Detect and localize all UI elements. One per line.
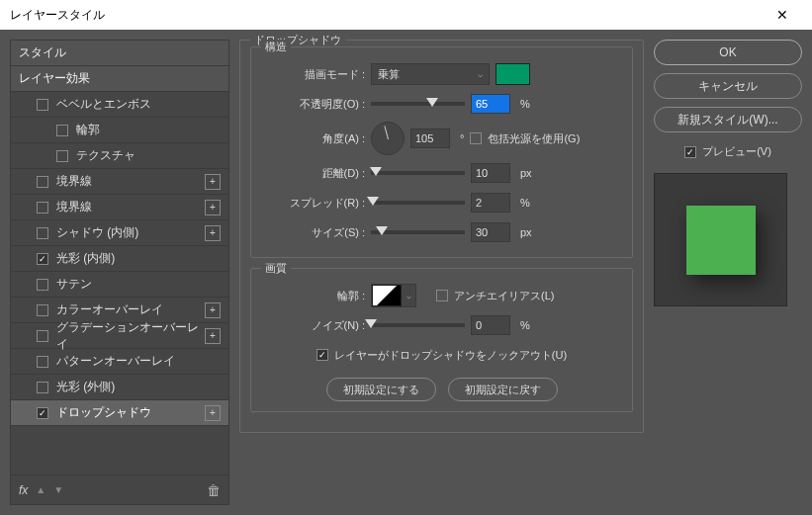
checkbox-icon[interactable] <box>37 279 48 291</box>
chevron-down-icon: ⌵ <box>478 69 483 79</box>
blend-mode-label: 描画モード : <box>261 67 365 82</box>
checkbox-icon[interactable] <box>37 382 48 393</box>
sidebar-effects-header[interactable]: レイヤー効果 <box>11 66 228 92</box>
checkbox-icon[interactable] <box>37 227 48 239</box>
checkbox-icon[interactable] <box>37 99 48 111</box>
plus-icon[interactable]: + <box>205 328 221 344</box>
contour-label: 輪郭 : <box>261 289 365 303</box>
checkbox-icon[interactable] <box>37 202 48 214</box>
structure-label: 構造 <box>261 40 291 54</box>
sidebar-item-satin[interactable]: サテン <box>11 272 228 298</box>
sidebar-footer: fx ▲ ▼ 🗑 <box>11 474 228 504</box>
checkbox-icon[interactable] <box>37 356 48 368</box>
sidebar-item-bevel[interactable]: ベベルとエンボス <box>11 92 228 118</box>
plus-icon[interactable]: + <box>205 405 221 421</box>
distance-input[interactable] <box>471 163 510 183</box>
sidebar-item-inner-glow[interactable]: ✓ 光彩 (内側) <box>11 246 228 272</box>
new-style-button[interactable]: 新規スタイル(W)... <box>654 107 802 132</box>
size-label: サイズ(S) : <box>261 225 365 240</box>
checkbox-icon[interactable] <box>37 176 48 188</box>
spread-slider[interactable] <box>371 201 465 205</box>
sidebar-item-drop-shadow[interactable]: ✓ ドロップシャドウ + <box>11 400 228 426</box>
global-light-checkbox[interactable] <box>470 132 482 144</box>
cancel-button[interactable]: キャンセル <box>654 73 802 99</box>
opacity-label: 不透明度(O) : <box>261 97 365 112</box>
trash-icon[interactable]: 🗑 <box>207 482 221 498</box>
angle-dial[interactable] <box>371 122 405 155</box>
chevron-down-icon: ⌵ <box>402 285 415 306</box>
plus-icon[interactable]: + <box>205 200 221 215</box>
plus-icon[interactable]: + <box>205 302 221 318</box>
blend-mode-dropdown[interactable]: 乗算 ⌵ <box>371 63 490 85</box>
right-panel: OK キャンセル 新規スタイル(W)... ✓ プレビュー(V) <box>654 40 802 505</box>
contour-thumb <box>372 285 402 306</box>
color-swatch[interactable] <box>496 63 530 85</box>
preview-square <box>686 206 756 275</box>
sidebar-item-texture[interactable]: テクスチャ <box>11 143 228 169</box>
knockout-checkbox[interactable]: ✓ <box>316 349 328 361</box>
main-panel: ドロップシャドウ 構造 描画モード : 乗算 ⌵ 不透明度(O) : <box>239 40 644 505</box>
global-light-label: 包括光源を使用(G) <box>488 131 580 146</box>
opacity-slider[interactable] <box>371 102 465 106</box>
checkbox-icon[interactable]: ✓ <box>37 253 48 265</box>
make-default-button[interactable]: 初期設定にする <box>326 378 436 401</box>
checkbox-icon[interactable] <box>37 304 48 316</box>
antialias-label: アンチエイリアス(L) <box>454 289 554 303</box>
arrow-down-icon[interactable]: ▼ <box>53 484 63 495</box>
sidebar-item-gradient-overlay[interactable]: グラデーションオーバーレイ + <box>11 323 228 349</box>
size-input[interactable] <box>471 222 510 242</box>
sidebar-item-outer-glow[interactable]: 光彩 (外側) <box>11 375 228 400</box>
angle-input[interactable] <box>410 129 450 148</box>
reset-default-button[interactable]: 初期設定に戻す <box>448 378 558 401</box>
spread-label: スプレッド(R) : <box>261 196 365 211</box>
quality-group: 画質 輪郭 : ⌵ アンチエイリアス(L) ノイズ(N) : <box>250 268 633 412</box>
quality-label: 画質 <box>261 261 291 276</box>
arrow-up-icon[interactable]: ▲ <box>36 484 45 495</box>
plus-icon[interactable]: + <box>205 174 221 190</box>
spread-input[interactable] <box>471 193 510 213</box>
sidebar-item-stroke2[interactable]: 境界線 + <box>11 195 228 220</box>
checkbox-icon[interactable] <box>56 150 68 162</box>
checkbox-icon[interactable] <box>56 125 68 136</box>
noise-label: ノイズ(N) : <box>261 318 365 333</box>
window-title: レイヤースタイル <box>10 7 763 24</box>
checkbox-icon[interactable]: ✓ <box>37 407 48 419</box>
noise-input[interactable] <box>471 315 510 335</box>
preview-label: プレビュー(V) <box>702 144 771 159</box>
opacity-input[interactable] <box>471 94 510 114</box>
sidebar-item-contour[interactable]: 輪郭 <box>11 118 228 143</box>
angle-label: 角度(A) : <box>261 131 365 146</box>
sidebar-item-pattern-overlay[interactable]: パターンオーバーレイ <box>11 349 228 375</box>
titlebar: レイヤースタイル ✕ <box>0 0 812 30</box>
styles-sidebar: スタイル レイヤー効果 ベベルとエンボス 輪郭 テクスチャ 境界線 + <box>10 40 229 505</box>
drop-shadow-section: ドロップシャドウ 構造 描画モード : 乗算 ⌵ 不透明度(O) : <box>239 40 644 433</box>
distance-label: 距離(D) : <box>261 166 365 181</box>
knockout-label: レイヤーがドロップシャドウをノックアウト(U) <box>334 348 567 363</box>
antialias-checkbox[interactable] <box>436 290 448 301</box>
checkbox-icon[interactable] <box>37 330 48 342</box>
preview-box <box>654 173 787 306</box>
ok-button[interactable]: OK <box>654 40 802 65</box>
sidebar-styles-header[interactable]: スタイル <box>11 41 228 66</box>
fx-icon[interactable]: fx <box>19 483 28 497</box>
size-slider[interactable] <box>371 230 465 234</box>
contour-picker[interactable]: ⌵ <box>371 284 416 307</box>
preview-checkbox[interactable]: ✓ <box>684 146 696 158</box>
noise-slider[interactable] <box>371 323 465 327</box>
distance-slider[interactable] <box>371 171 465 175</box>
sidebar-item-inner-shadow[interactable]: シャドウ (内側) + <box>11 220 228 246</box>
close-icon[interactable]: ✕ <box>763 0 802 30</box>
structure-group: 構造 描画モード : 乗算 ⌵ 不透明度(O) : <box>250 46 633 258</box>
sidebar-item-stroke1[interactable]: 境界線 + <box>11 169 228 195</box>
plus-icon[interactable]: + <box>205 225 221 241</box>
